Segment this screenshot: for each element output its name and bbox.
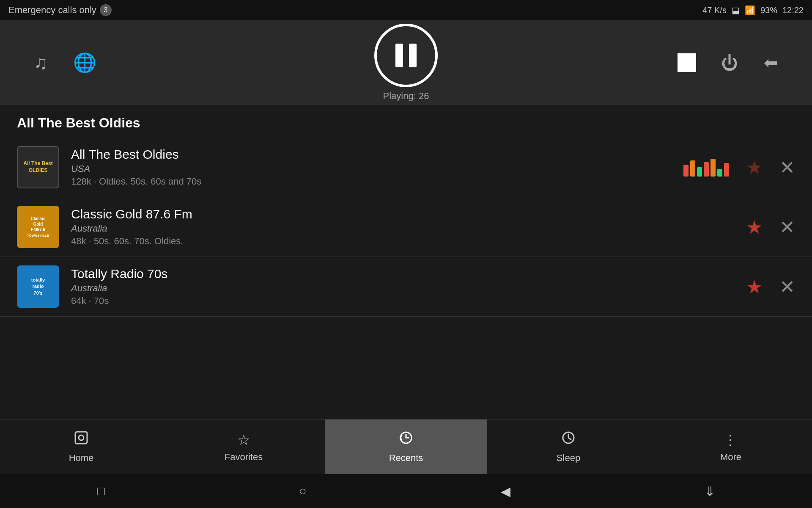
table-row[interactable]: All The BestOLDIES All The Best Oldies U… <box>0 138 812 197</box>
station-info-3: Totally Radio 70s Australia 64k · 70s <box>71 267 734 306</box>
home-button[interactable]: ○ <box>299 484 307 498</box>
radio-list: All The BestOLDIES All The Best Oldies U… <box>0 138 812 317</box>
station-actions-1: ★ ✕ <box>683 157 795 178</box>
favorite-button-1[interactable]: ★ <box>746 157 763 178</box>
stop-button[interactable] <box>678 53 696 72</box>
nav-label-favorites: Favorites <box>225 452 263 463</box>
nav-item-home[interactable]: Home <box>0 420 162 474</box>
pause-button[interactable] <box>374 24 438 87</box>
station-name-2: Classic Gold 87.6 Fm <box>71 207 734 221</box>
section-title: All The Best Oldies <box>0 105 812 138</box>
eq-bar <box>717 169 722 177</box>
bluetooth-icon: ⬓ <box>732 5 740 15</box>
station-logo-1: All The BestOLDIES <box>17 146 59 188</box>
eq-bar <box>690 160 695 177</box>
nav-item-more[interactable]: ⋮ More <box>650 420 812 474</box>
station-country-2: Australia <box>71 223 734 234</box>
favorite-button-3[interactable]: ★ <box>746 276 763 298</box>
remove-button-3[interactable]: ✕ <box>779 276 795 298</box>
recent-apps-button[interactable]: □ <box>97 484 104 498</box>
status-bar: Emergency calls only 3 47 K/s ⬓ 📶 93% 12… <box>0 0 812 20</box>
nav-label-home: Home <box>69 453 94 464</box>
status-left: Emergency calls only 3 <box>8 4 112 16</box>
eq-bar <box>697 167 702 177</box>
pause-bar-right <box>409 44 417 67</box>
time-display: 12:22 <box>782 6 804 15</box>
station-info-2: Classic Gold 87.6 Fm Australia 48k · 50s… <box>71 207 734 247</box>
eq-bar <box>724 163 729 177</box>
status-right: 47 K/s ⬓ 📶 93% 12:22 <box>702 5 804 15</box>
nav-item-sleep[interactable]: Sleep <box>487 420 650 474</box>
station-name-3: Totally Radio 70s <box>71 267 734 281</box>
pause-bar-left <box>395 44 403 67</box>
equalizer <box>683 158 729 177</box>
top-bar-right: ⏻ ⬅ <box>678 53 778 72</box>
sleep-icon <box>561 430 576 449</box>
station-desc-2: 48k · 50s. 60s. 70s. Oldies. <box>71 236 734 247</box>
station-info-1: All The Best Oldies USA 128k · Oldies. 5… <box>71 147 672 187</box>
back-button[interactable]: ◀ <box>501 484 510 499</box>
recents-icon <box>398 430 414 449</box>
eq-bar <box>683 165 689 177</box>
table-row[interactable]: ClassicGoldFM87.6TOWNSVILLE Classic Gold… <box>0 197 812 257</box>
sys-nav-bar: □ ○ ◀ ⇓ <box>0 474 812 508</box>
playing-label: Playing: 26 <box>383 91 429 102</box>
globe-icon[interactable]: 🌐 <box>73 52 96 74</box>
top-bar-left: ♫ 🌐 <box>34 52 96 74</box>
station-logo-2: ClassicGoldFM87.6TOWNSVILLE <box>17 206 59 248</box>
music-icon[interactable]: ♫ <box>34 52 48 73</box>
table-row[interactable]: totallyradio70's Totally Radio 70s Austr… <box>0 257 812 317</box>
top-bar-center: Playing: 26 <box>374 24 438 102</box>
nav-label-more: More <box>720 452 741 463</box>
station-logo-3: totallyradio70's <box>17 265 59 308</box>
svg-point-1 <box>79 435 84 440</box>
station-desc-3: 64k · 70s <box>71 295 734 306</box>
power-icon[interactable]: ⏻ <box>721 53 738 72</box>
more-icon: ⋮ <box>723 431 738 448</box>
emergency-text: Emergency calls only <box>8 5 96 16</box>
nav-label-recents: Recents <box>389 453 423 464</box>
remove-button-2[interactable]: ✕ <box>779 216 795 238</box>
station-actions-3: ★ ✕ <box>746 276 795 298</box>
bottom-nav: Home ☆ Favorites Recents Sleep ⋮ More <box>0 419 812 474</box>
station-country-3: Australia <box>71 283 734 294</box>
battery-level: 93% <box>760 6 777 15</box>
notification-badge: 3 <box>100 4 112 16</box>
top-bar: ♫ 🌐 Playing: 26 ⏻ ⬅ <box>0 20 812 105</box>
favorite-button-2[interactable]: ★ <box>746 216 763 238</box>
favorites-icon: ☆ <box>237 431 250 448</box>
home-icon <box>74 430 89 449</box>
pause-icon <box>395 44 417 67</box>
station-name-1: All The Best Oldies <box>71 147 672 162</box>
eq-bar <box>710 159 716 177</box>
station-actions-2: ★ ✕ <box>746 216 795 238</box>
nav-item-recents[interactable]: Recents <box>325 420 487 474</box>
nav-item-favorites[interactable]: ☆ Favorites <box>162 420 325 474</box>
signal-icon: 📶 <box>745 5 755 15</box>
svg-rect-0 <box>75 432 87 444</box>
nav-label-sleep: Sleep <box>557 453 580 464</box>
station-desc-1: 128k · Oldies. 50s. 60s and 70s <box>71 176 672 187</box>
remove-button-1[interactable]: ✕ <box>779 157 795 178</box>
download-button[interactable]: ⇓ <box>705 484 715 499</box>
share-icon[interactable]: ⬅ <box>764 53 778 72</box>
eq-bar <box>704 162 709 177</box>
station-country-1: USA <box>71 163 672 174</box>
network-speed: 47 K/s <box>702 6 727 15</box>
